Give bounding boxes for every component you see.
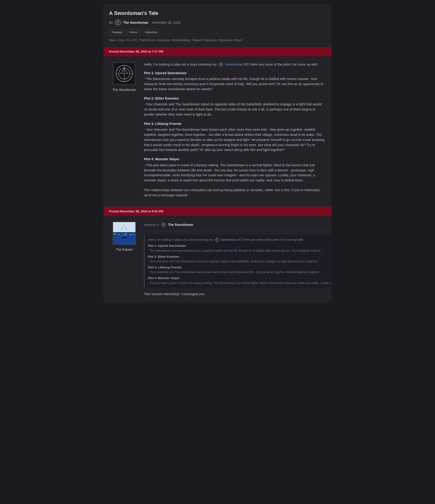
plot3-text: - Your character and The Swordsman have … <box>144 127 326 153</box>
story-header: A Swordsman's Tale By The Swordsman , No… <box>103 4 332 47</box>
plot2-title: Plot 2: Bitter Enemies <box>144 96 326 101</box>
post1-body: The Swordsman Hello. I'm looking to play… <box>103 56 332 207</box>
quoted-inline-avatar <box>215 237 219 242</box>
page-container: A Swordsman's Tale By The Swordsman , No… <box>103 4 332 302</box>
reply-main-text: This sounds interesting! I messaged you. <box>144 292 332 297</box>
quoted-swordsman-link[interactable]: Swordsman <box>220 238 236 241</box>
post1-intro: Hello. I'm looking to play out a story i… <box>144 62 326 67</box>
post1-sidebar: The Swordsman <box>109 62 139 201</box>
q-plot2-title: Plot 2: Bitter Enemies <box>148 254 332 259</box>
reply-content: Replying to The Swordsman <box>139 222 332 297</box>
post2-header-bar: Posted November 26, 2024 at 9:51 PM <box>103 207 332 216</box>
q-plot3-text: - Your character and The Swordsman have … <box>148 270 332 274</box>
post1-closing: The relationships between our characters… <box>144 188 326 198</box>
inline-avatar-1 <box>218 62 224 67</box>
author-date: , November 26, 2024 <box>150 20 181 25</box>
replying-to-left: Replying to The Swordsman <box>144 222 193 227</box>
post2-sidebar: The Painter <box>109 222 139 297</box>
plot4-block: Plot 4: Monster Slayer - This plot takes… <box>144 157 326 183</box>
plot1-block: Plot 1: Injured Swordsman - The Swordsma… <box>144 71 326 92</box>
swordsman-link-1[interactable]: Swordsman <box>225 62 243 66</box>
plot3-block: Plot 3: Lifelong Friends - Your characte… <box>144 121 326 153</box>
plot4-title: Plot 4: Monster Slayer <box>144 157 326 162</box>
q-plot4-text: - This plot takes place in more of a fan… <box>148 281 332 285</box>
tag-historical[interactable]: Historical <box>142 29 160 36</box>
post1-poster-name: The Swordsman <box>112 88 136 92</box>
post1-header-bar: Posted November 26, 2024 at 7:17 PM <box>103 47 332 56</box>
reply-body: The Painter Replying to <box>103 216 332 302</box>
by-label: By <box>109 20 113 25</box>
plot2-text: - Your character and The Swordsman stand… <box>144 102 326 117</box>
q-plot1-title: Plot 1: Injured Swordsman <box>148 243 332 248</box>
plot4-text: - This plot takes place in more of a fan… <box>144 163 326 183</box>
plot1-title: Plot 1: Injured Swordsman <box>144 71 326 76</box>
replying-to-avatar <box>161 222 166 227</box>
story-title: A Swordsman's Tale <box>109 9 326 17</box>
quoted-intro: Hello. I'm looking to play out a story i… <box>148 237 332 242</box>
tags-row: Fantasy Horror Historical <box>109 29 326 36</box>
plot1-text: - The Swordsman narrowly escapes from a … <box>144 77 326 92</box>
replying-to-name: The Swordsman <box>168 222 193 227</box>
quoted-content: Hello. I'm looking to play out a story i… <box>144 235 332 288</box>
replying-to-label: Replying to <box>144 223 159 227</box>
q-plot2-text: - Your character and The Swordsman stand… <box>148 259 332 264</box>
story-author-line: By The Swordsman , November 26, 2024 <box>109 19 326 26</box>
post1-content: Hello. I'm looking to play out a story i… <box>139 62 326 201</box>
tag-fantasy[interactable]: Fantasy <box>109 29 125 36</box>
post2-avatar <box>113 222 136 245</box>
plot3-title: Plot 3: Lifelong Friends <box>144 121 326 126</box>
author-avatar-small <box>115 19 121 26</box>
replying-to-bar: Replying to The Swordsman <box>144 222 332 231</box>
reply-container: The Painter Replying to <box>103 216 332 302</box>
author-link[interactable]: The Swordsman <box>123 20 148 25</box>
plot2-block: Plot 2: Bitter Enemies - Your character … <box>144 96 326 117</box>
subtags-row: Male x Any, OC x OC, Third-Person Narrat… <box>109 38 326 43</box>
post2-poster-name: The Painter <box>116 247 133 252</box>
tag-horror[interactable]: Horror <box>127 29 141 36</box>
post1-avatar <box>113 62 136 85</box>
q-plot3-title: Plot 3: Lifelong Friends <box>148 265 332 270</box>
q-plot4-title: Plot 4: Monster Slayer <box>148 276 332 280</box>
q-plot1-text: - The Swordsman narrowly escapes from a … <box>148 249 332 253</box>
